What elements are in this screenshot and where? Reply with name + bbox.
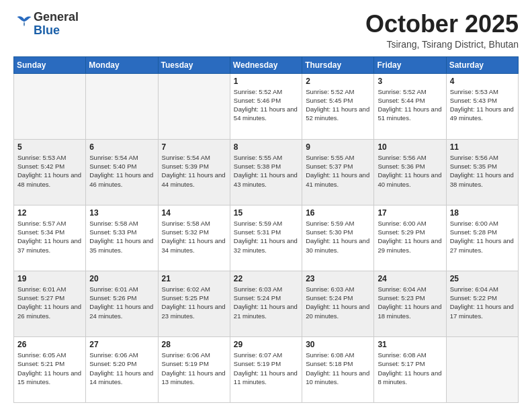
- calendar-cell: 15Sunrise: 5:59 AMSunset: 5:31 PMDayligh…: [230, 205, 302, 271]
- day-number: 11: [450, 142, 515, 152]
- calendar-cell: 29Sunrise: 6:07 AMSunset: 5:19 PMDayligh…: [230, 336, 302, 402]
- day-info: Sunrise: 5:57 AMSunset: 5:34 PMDaylight:…: [17, 219, 82, 255]
- day-info: Sunrise: 5:58 AMSunset: 5:33 PMDaylight:…: [89, 219, 154, 255]
- day-number: 15: [234, 208, 298, 218]
- day-info: Sunrise: 6:04 AMSunset: 5:22 PMDaylight:…: [450, 285, 515, 320]
- day-number: 27: [89, 340, 154, 349]
- calendar-cell: 31Sunrise: 6:08 AMSunset: 5:17 PMDayligh…: [374, 336, 446, 402]
- header: General Blue October 2025 Tsirang, Tsira…: [13, 11, 519, 50]
- calendar-cell: 27Sunrise: 6:06 AMSunset: 5:20 PMDayligh…: [86, 336, 158, 402]
- day-number: 31: [378, 340, 442, 349]
- day-info: Sunrise: 5:56 AMSunset: 5:36 PMDaylight:…: [378, 153, 442, 189]
- day-number: 17: [378, 208, 442, 218]
- day-info: Sunrise: 6:00 AMSunset: 5:28 PMDaylight:…: [450, 219, 515, 255]
- day-number: 24: [378, 274, 442, 283]
- calendar-cell: 19Sunrise: 6:01 AMSunset: 5:27 PMDayligh…: [14, 271, 86, 336]
- day-number: 30: [306, 340, 370, 349]
- day-info: Sunrise: 5:54 AMSunset: 5:39 PMDaylight:…: [162, 153, 226, 189]
- calendar-cell: 5Sunrise: 5:53 AMSunset: 5:42 PMDaylight…: [14, 139, 86, 205]
- day-info: Sunrise: 6:05 AMSunset: 5:21 PMDaylight:…: [17, 351, 82, 386]
- day-info: Sunrise: 5:56 AMSunset: 5:35 PMDaylight:…: [450, 153, 515, 189]
- day-info: Sunrise: 5:53 AMSunset: 5:42 PMDaylight:…: [17, 153, 82, 189]
- day-number: 10: [378, 142, 442, 152]
- calendar-cell: 9Sunrise: 5:55 AMSunset: 5:37 PMDaylight…: [302, 139, 374, 205]
- day-number: 14: [162, 208, 226, 218]
- calendar-cell: 10Sunrise: 5:56 AMSunset: 5:36 PMDayligh…: [374, 139, 446, 205]
- calendar-cell: [158, 73, 230, 139]
- day-number: 29: [234, 340, 298, 349]
- day-number: 6: [89, 142, 154, 152]
- day-info: Sunrise: 5:52 AMSunset: 5:45 PMDaylight:…: [306, 87, 370, 123]
- calendar-cell: 23Sunrise: 6:03 AMSunset: 5:24 PMDayligh…: [302, 271, 374, 336]
- day-number: 12: [17, 208, 82, 218]
- col-header-wednesday: Wednesday: [230, 56, 302, 73]
- calendar-cell: 2Sunrise: 5:52 AMSunset: 5:45 PMDaylight…: [302, 73, 374, 139]
- col-header-monday: Monday: [86, 56, 158, 73]
- day-number: 8: [234, 142, 298, 152]
- calendar-cell: 30Sunrise: 6:08 AMSunset: 5:18 PMDayligh…: [302, 336, 374, 402]
- day-info: Sunrise: 5:53 AMSunset: 5:43 PMDaylight:…: [450, 87, 515, 123]
- calendar-cell: 17Sunrise: 6:00 AMSunset: 5:29 PMDayligh…: [374, 205, 446, 271]
- calendar-cell: 11Sunrise: 5:56 AMSunset: 5:35 PMDayligh…: [446, 139, 518, 205]
- day-info: Sunrise: 6:03 AMSunset: 5:24 PMDaylight:…: [306, 285, 370, 320]
- logo-blue: Blue: [34, 24, 60, 37]
- calendar-cell: 8Sunrise: 5:55 AMSunset: 5:38 PMDaylight…: [230, 139, 302, 205]
- day-number: 7: [162, 142, 226, 152]
- calendar-cell: 26Sunrise: 6:05 AMSunset: 5:21 PMDayligh…: [14, 336, 86, 402]
- day-info: Sunrise: 5:55 AMSunset: 5:37 PMDaylight:…: [306, 153, 370, 189]
- calendar-cell: 28Sunrise: 6:06 AMSunset: 5:19 PMDayligh…: [158, 336, 230, 402]
- calendar-cell: 12Sunrise: 5:57 AMSunset: 5:34 PMDayligh…: [14, 205, 86, 271]
- calendar-cell: 13Sunrise: 5:58 AMSunset: 5:33 PMDayligh…: [86, 205, 158, 271]
- calendar-table: SundayMondayTuesdayWednesdayThursdayFrid…: [13, 56, 519, 403]
- day-info: Sunrise: 6:08 AMSunset: 5:18 PMDaylight:…: [306, 351, 370, 386]
- day-info: Sunrise: 5:52 AMSunset: 5:44 PMDaylight:…: [378, 87, 442, 123]
- logo-bird-icon: [15, 13, 34, 32]
- col-header-tuesday: Tuesday: [158, 56, 230, 73]
- calendar-cell: 22Sunrise: 6:03 AMSunset: 5:24 PMDayligh…: [230, 271, 302, 336]
- logo-general: General: [34, 10, 79, 24]
- calendar-cell: 14Sunrise: 5:58 AMSunset: 5:32 PMDayligh…: [158, 205, 230, 271]
- calendar-cell: 21Sunrise: 6:02 AMSunset: 5:25 PMDayligh…: [158, 271, 230, 336]
- day-info: Sunrise: 6:06 AMSunset: 5:20 PMDaylight:…: [89, 351, 154, 386]
- calendar-cell: 1Sunrise: 5:52 AMSunset: 5:46 PMDaylight…: [230, 73, 302, 139]
- day-number: 18: [450, 208, 515, 218]
- col-header-friday: Friday: [374, 56, 446, 73]
- col-header-saturday: Saturday: [446, 56, 518, 73]
- day-number: 3: [378, 77, 442, 86]
- calendar-week-row: 5Sunrise: 5:53 AMSunset: 5:42 PMDaylight…: [14, 139, 519, 205]
- calendar-cell: 20Sunrise: 6:01 AMSunset: 5:26 PMDayligh…: [86, 271, 158, 336]
- day-info: Sunrise: 6:08 AMSunset: 5:17 PMDaylight:…: [378, 351, 442, 386]
- calendar-week-row: 1Sunrise: 5:52 AMSunset: 5:46 PMDaylight…: [14, 73, 519, 139]
- day-number: 20: [89, 274, 154, 283]
- day-info: Sunrise: 6:02 AMSunset: 5:25 PMDaylight:…: [162, 285, 226, 320]
- calendar-week-row: 26Sunrise: 6:05 AMSunset: 5:21 PMDayligh…: [14, 336, 519, 402]
- day-number: 23: [306, 274, 370, 283]
- day-number: 25: [450, 274, 515, 283]
- day-number: 28: [162, 340, 226, 349]
- calendar-cell: [86, 73, 158, 139]
- col-header-thursday: Thursday: [302, 56, 374, 73]
- calendar-header-row: SundayMondayTuesdayWednesdayThursdayFrid…: [14, 56, 519, 73]
- calendar-week-row: 19Sunrise: 6:01 AMSunset: 5:27 PMDayligh…: [14, 271, 519, 336]
- day-number: 13: [89, 208, 154, 218]
- title-block: October 2025 Tsirang, Tsirang District, …: [365, 11, 519, 50]
- day-number: 9: [306, 142, 370, 152]
- day-info: Sunrise: 6:00 AMSunset: 5:29 PMDaylight:…: [378, 219, 442, 255]
- calendar-cell: 3Sunrise: 5:52 AMSunset: 5:44 PMDaylight…: [374, 73, 446, 139]
- day-info: Sunrise: 6:07 AMSunset: 5:19 PMDaylight:…: [234, 351, 298, 386]
- day-info: Sunrise: 5:55 AMSunset: 5:38 PMDaylight:…: [234, 153, 298, 189]
- calendar-cell: 6Sunrise: 5:54 AMSunset: 5:40 PMDaylight…: [86, 139, 158, 205]
- day-number: 19: [17, 274, 82, 283]
- day-number: 4: [450, 77, 515, 86]
- calendar-cell: 4Sunrise: 5:53 AMSunset: 5:43 PMDaylight…: [446, 73, 518, 139]
- day-number: 16: [306, 208, 370, 218]
- day-number: 26: [17, 340, 82, 349]
- day-number: 22: [234, 274, 298, 283]
- calendar-cell: [14, 73, 86, 139]
- calendar-cell: 18Sunrise: 6:00 AMSunset: 5:28 PMDayligh…: [446, 205, 518, 271]
- day-info: Sunrise: 6:01 AMSunset: 5:26 PMDaylight:…: [89, 285, 154, 320]
- calendar-week-row: 12Sunrise: 5:57 AMSunset: 5:34 PMDayligh…: [14, 205, 519, 271]
- calendar-cell: 25Sunrise: 6:04 AMSunset: 5:22 PMDayligh…: [446, 271, 518, 336]
- day-number: 2: [306, 77, 370, 86]
- day-info: Sunrise: 5:52 AMSunset: 5:46 PMDaylight:…: [234, 87, 298, 123]
